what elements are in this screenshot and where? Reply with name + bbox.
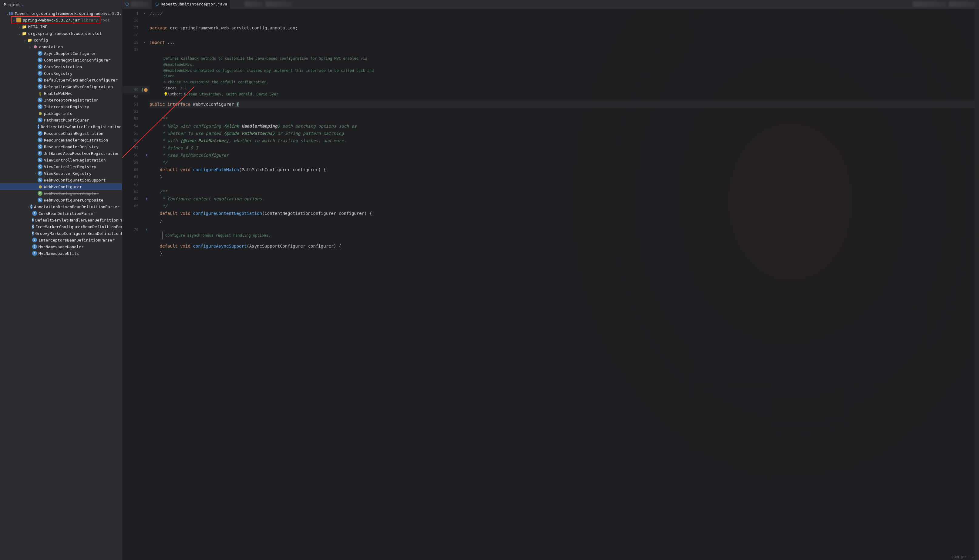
editor-body[interactable]: 1› 16 17 18 19› 35 49⬤ƒ 50 51 52 53 54 5… bbox=[122, 8, 979, 560]
tree-class[interactable]: CDefaultServletHandlerConfigurer bbox=[0, 77, 122, 83]
javadoc-rendered: Defines callback methods to customize th… bbox=[162, 55, 380, 99]
tree-label: EnableWebMvc bbox=[44, 91, 72, 96]
editor-tab-bar[interactable]: ⬡ ⬡ RepeatSubmitInterceptor.java bbox=[122, 0, 979, 8]
tree-label: AsyncSupportConfigurer bbox=[44, 51, 96, 56]
class-icon: C bbox=[32, 251, 37, 256]
tree-class[interactable]: CViewControllerRegistry bbox=[0, 163, 122, 170]
implementers-icon[interactable]: ⬤ bbox=[144, 86, 148, 93]
sidebar-title-row[interactable]: Project ⌄ bbox=[0, 0, 122, 9]
tree-label: ViewResolverRegistry bbox=[44, 171, 92, 176]
tree-class[interactable]: CViewControllerRegistration bbox=[0, 157, 122, 163]
tree-class[interactable]: ›CViewResolverRegistry bbox=[0, 170, 122, 177]
chevron-down-icon: ⌄ bbox=[7, 12, 8, 15]
line-number: 35 bbox=[134, 47, 139, 52]
chevron-right-icon: › bbox=[33, 172, 37, 175]
tree-class[interactable]: CDelegatingWebMvcConfiguration bbox=[0, 83, 122, 90]
interface-icon: ⬢ bbox=[38, 184, 42, 189]
class-icon: C bbox=[32, 224, 33, 229]
chevron-right-icon: › bbox=[28, 205, 30, 208]
project-tree[interactable]: ⌄ Maven: org.springframework:spring-webm… bbox=[0, 9, 122, 560]
tree-label: ResourceChainRegistration bbox=[44, 131, 104, 136]
hidden-tab[interactable] bbox=[131, 2, 149, 7]
tree-class[interactable]: CResourceChainRegistration bbox=[0, 130, 122, 137]
tree-class[interactable]: CResourceHandlerRegistry bbox=[0, 143, 122, 150]
class-icon: C bbox=[38, 64, 42, 69]
tree-class[interactable]: CPathMatchConfigurer bbox=[0, 117, 122, 123]
tree-class-deprecated[interactable]: CWebMvcConfigurerAdapter bbox=[0, 190, 122, 197]
line-number: 70 bbox=[134, 227, 139, 232]
class-icon: C bbox=[38, 58, 42, 62]
tree-package-annotation[interactable]: ⌄ annotation bbox=[0, 43, 122, 50]
editor-gutter[interactable]: 1› 16 17 18 19› 35 49⬤ƒ 50 51 52 53 54 5… bbox=[122, 8, 150, 560]
tree-class[interactable]: CInterceptorRegistry bbox=[0, 103, 122, 110]
chevron-down-icon: ⌄ bbox=[28, 45, 32, 48]
hidden-tab[interactable] bbox=[266, 2, 293, 7]
hidden-tab[interactable] bbox=[913, 2, 946, 7]
line-number: 59 bbox=[134, 160, 139, 165]
fold-icon[interactable]: › bbox=[143, 39, 148, 46]
tree-folder-servlet[interactable]: ⌄ 📁 org.springframework.web.servlet bbox=[0, 30, 122, 37]
tree-class[interactable]: CFreeMarkerConfigurerBeanDefinitionParse… bbox=[0, 223, 122, 230]
class-icon: C bbox=[32, 211, 37, 216]
tree-class[interactable]: CUrlBasedViewResolverRegistration bbox=[0, 150, 122, 157]
tree-class[interactable]: CCorsRegistration bbox=[0, 63, 122, 70]
class-icon: C bbox=[32, 238, 37, 242]
class-icon: C bbox=[38, 171, 42, 176]
class-icon: C bbox=[38, 144, 42, 149]
class-icon: C bbox=[32, 218, 33, 222]
chevron-down-icon: ⌄ bbox=[12, 18, 16, 22]
override-icon[interactable]: ƒ bbox=[141, 86, 144, 93]
tree-label: spring-webmvc-5.3.27.jar bbox=[23, 18, 80, 22]
tree-class[interactable]: CAsyncSupportConfigurer bbox=[0, 50, 122, 57]
class-icon: C bbox=[38, 151, 42, 156]
tree-label: config bbox=[33, 38, 48, 42]
code-content[interactable]: /.../ package org.springframework.web.se… bbox=[150, 8, 975, 560]
tree-class[interactable]: CMvcNamespaceHandler bbox=[0, 243, 122, 250]
tree-class[interactable]: CInterceptorRegistration bbox=[0, 97, 122, 103]
scrollbar[interactable] bbox=[975, 8, 979, 560]
hidden-tab[interactable] bbox=[949, 2, 976, 7]
interface-declaration: public interface WebMvcConfigurer { bbox=[150, 101, 975, 108]
tree-folder-config[interactable]: ⌄ 📁 config bbox=[0, 37, 122, 43]
tree-folder-metainf[interactable]: › 📁 META-INF bbox=[0, 23, 122, 30]
tree-class[interactable]: CCorsRegistry bbox=[0, 70, 122, 77]
tree-class[interactable]: CResourceHandlerRegistration bbox=[0, 137, 122, 143]
tree-class[interactable]: CGroovyMarkupConfigurerBeanDefinitionPar… bbox=[0, 230, 122, 237]
override-icon[interactable]: ⬇ bbox=[145, 152, 148, 159]
editor-tab-active[interactable]: ⬡ RepeatSubmitInterceptor.java bbox=[152, 0, 230, 8]
java-file-icon: ⬢ bbox=[38, 111, 42, 116]
line-number: 65 bbox=[134, 203, 139, 208]
hidden-tab[interactable] bbox=[245, 2, 263, 7]
override-icon[interactable]: ⬇ bbox=[145, 226, 148, 233]
tree-class[interactable]: ›CAnnotationDrivenBeanDefinitionParser bbox=[0, 203, 122, 210]
tree-class[interactable]: CWebMvcConfigurerComposite bbox=[0, 197, 122, 203]
tree-class[interactable]: CDefaultServletHandlerBeanDefinitionPars… bbox=[0, 217, 122, 223]
tree-maven-root[interactable]: ⌄ Maven: org.springframework:spring-webm… bbox=[0, 10, 122, 17]
line-number: 64 bbox=[134, 197, 139, 201]
tree-label: WebMvcConfigurerAdapter bbox=[44, 191, 99, 196]
jar-icon bbox=[17, 18, 21, 22]
tree-annotation[interactable]: @EnableWebMvc bbox=[0, 90, 122, 97]
tree-java[interactable]: ⬢package-info bbox=[0, 110, 122, 117]
tree-interface-webmvcconfigurer[interactable]: ⬢WebMvcConfigurer bbox=[0, 183, 122, 190]
line-number: 49 bbox=[134, 87, 139, 92]
class-icon: C bbox=[38, 104, 42, 109]
tree-label: CorsRegistration bbox=[44, 65, 82, 69]
tree-class[interactable]: CWebMvcConfigurationSupport bbox=[0, 177, 122, 183]
tree-label: ViewControllerRegistry bbox=[44, 165, 96, 169]
tree-class[interactable]: CCorsBeanDefinitionParser bbox=[0, 210, 122, 217]
line-number: 17 bbox=[134, 25, 139, 30]
fold-icon[interactable]: › bbox=[143, 10, 148, 17]
tree-jar-node[interactable]: ⌄ spring-webmvc-5.3.27.jar library root bbox=[0, 17, 122, 23]
tree-class[interactable]: CInterceptorsBeanDefinitionParser bbox=[0, 237, 122, 243]
line-number: 56 bbox=[134, 138, 139, 143]
tree-label: CorsBeanDefinitionParser bbox=[38, 211, 95, 216]
tree-class[interactable]: CRedirectViewControllerRegistration bbox=[0, 123, 122, 130]
line-number: 57 bbox=[134, 145, 139, 150]
tree-class[interactable]: CContentNegotiationConfigurer bbox=[0, 57, 122, 63]
annotation-icon: @ bbox=[38, 91, 42, 96]
override-icon[interactable]: ⬇ bbox=[145, 195, 148, 202]
tree-class[interactable]: CMvcNamespaceUtils bbox=[0, 250, 122, 257]
tree-label: Maven: org.springframework:spring-webmvc… bbox=[15, 11, 122, 16]
tree-label: WebMvcConfigurer bbox=[44, 185, 82, 189]
